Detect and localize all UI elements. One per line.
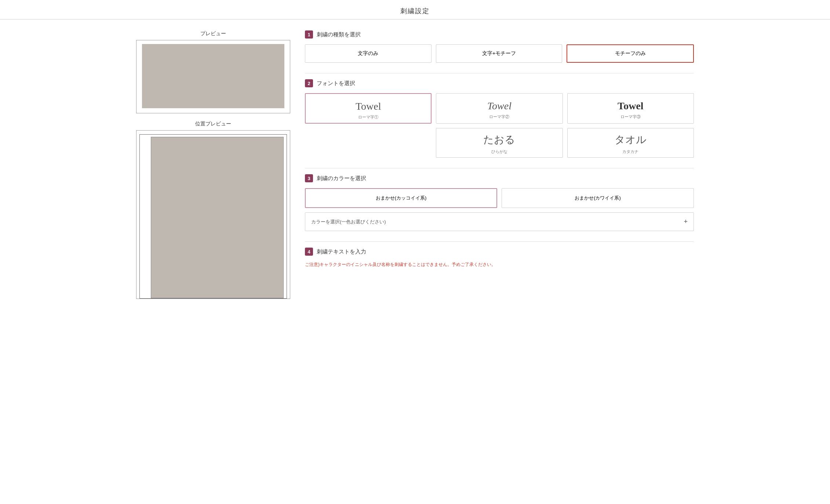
font-sublabel-hiragana: ひらがな (440, 149, 558, 154)
font-option-roman2[interactable]: Towel ローマ字② (436, 93, 563, 124)
font-sublabel-roman2: ローマ字② (440, 114, 558, 120)
left-panel: プレビュー 位置プレビュー (136, 30, 290, 299)
font-option-katakana[interactable]: タオル カタカナ (567, 128, 694, 158)
section3-number: 3 (305, 174, 313, 182)
section2-title: フォントを選択 (317, 80, 355, 87)
right-panel: 1 刺繍の種類を選択 文字のみ 文字+モチーフ モチーフのみ 2 フォントを選択… (305, 30, 694, 299)
position-label: 位置プレビュー (136, 121, 290, 127)
type-option-text-only[interactable]: 文字のみ (305, 44, 432, 63)
font-text-katakana: タオル (571, 133, 690, 147)
section2-header: 2 フォントを選択 (305, 79, 694, 87)
type-option-text-motif[interactable]: 文字+モチーフ (436, 44, 563, 63)
font-text-roman1: Towel (309, 101, 427, 112)
section4-number: 4 (305, 248, 313, 256)
font-sublabel-roman3: ローマ字③ (571, 114, 690, 120)
section-font: 2 フォントを選択 Towel ローマ字① Towel ローマ字② Towel … (305, 79, 694, 158)
notice-text: ご注意)キャラクターのイニシャル及び名称を刺繍することはできません。予めご了承く… (305, 262, 694, 268)
plus-icon: + (684, 218, 688, 226)
preview-label: プレビュー (136, 30, 290, 37)
font-text-roman2: Towel (440, 100, 558, 112)
type-option-motif-only[interactable]: モチーフのみ (567, 44, 694, 63)
position-inner-area (151, 137, 284, 298)
font-text-roman3: Towel (571, 100, 690, 112)
section1-header: 1 刺繍の種類を選択 (305, 30, 694, 39)
font-sublabel-katakana: カタカナ (571, 149, 690, 154)
section1-number: 1 (305, 30, 313, 39)
font-option-roman3[interactable]: Towel ローマ字③ (567, 93, 694, 124)
font-text-hiragana: たおる (440, 133, 558, 147)
section3-title: 刺繍のカラーを選択 (317, 175, 366, 182)
divider-2 (305, 168, 694, 168)
font-option-hiragana[interactable]: たおる ひらがな (436, 128, 563, 158)
section4-title: 刺繍テキストを入力 (317, 248, 366, 255)
section-text-input: 4 刺繍テキストを入力 ご注意)キャラクターのイニシャル及び名称を刺繍することは… (305, 248, 694, 268)
section1-title: 刺繍の種類を選択 (317, 31, 361, 38)
section-color: 3 刺繍のカラーを選択 おまかせ(カッコイイ系) おまかせ(カワイイ系) カラー… (305, 174, 694, 231)
font-sublabel-roman1: ローマ字① (309, 114, 427, 120)
section4-header: 4 刺繍テキストを入力 (305, 248, 694, 256)
page-title: 刺繍設定 (0, 0, 830, 19)
section3-header: 3 刺繍のカラーを選択 (305, 174, 694, 182)
position-outer-border (139, 134, 287, 299)
preview-image (142, 44, 284, 108)
preview-box (136, 40, 290, 113)
color-option-cute[interactable]: おまかせ(カワイイ系) (502, 188, 694, 208)
section2-number: 2 (305, 79, 313, 87)
color-expand-label: カラーを選択(一色お選びください) (311, 219, 386, 225)
divider-1 (305, 73, 694, 73)
font-grid-roman: Towel ローマ字① Towel ローマ字② Towel ローマ字③ (305, 93, 694, 124)
font-grid-jp-wrapper: たおる ひらがな タオル カタカナ (305, 128, 694, 158)
font-option-roman1[interactable]: Towel ローマ字① (305, 93, 432, 124)
color-options: おまかせ(カッコイイ系) おまかせ(カワイイ系) (305, 188, 694, 208)
divider-3 (305, 241, 694, 242)
type-options: 文字のみ 文字+モチーフ モチーフのみ (305, 44, 694, 63)
position-box (136, 130, 290, 299)
section-type: 1 刺繍の種類を選択 文字のみ 文字+モチーフ モチーフのみ (305, 30, 694, 63)
color-expand-button[interactable]: カラーを選択(一色お選びください) + (305, 212, 694, 231)
color-option-cool[interactable]: おまかせ(カッコイイ系) (305, 188, 497, 208)
